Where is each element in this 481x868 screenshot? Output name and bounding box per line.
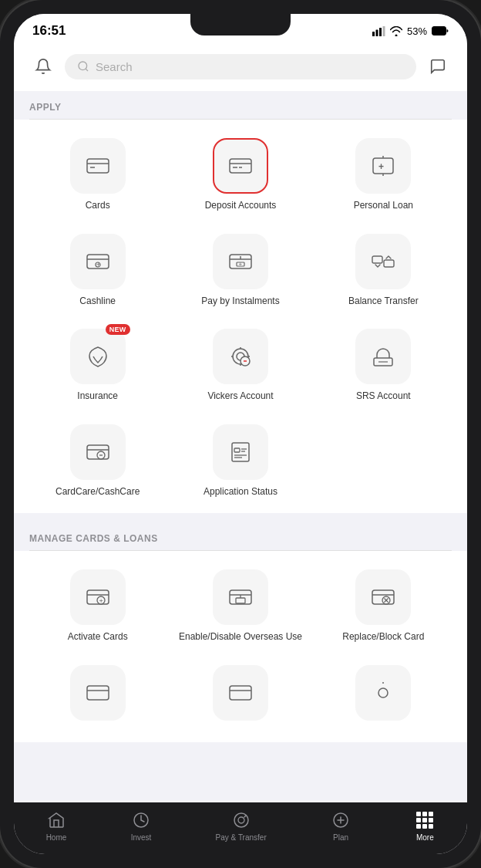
- svg-point-6: [79, 62, 87, 70]
- enable-disable-overseas-label: Enable/Disable Overseas Use: [179, 631, 302, 643]
- svg-rect-3: [382, 26, 385, 36]
- svg-rect-58: [236, 598, 245, 603]
- application-status-item[interactable]: Application Status: [169, 414, 311, 509]
- cards-icon-wrap: [70, 138, 126, 194]
- more-item-1[interactable]: [26, 654, 169, 738]
- pay-by-instalments-item[interactable]: + Pay by Instalments: [169, 223, 311, 319]
- svg-rect-5: [433, 28, 441, 35]
- svg-rect-47: [234, 448, 240, 452]
- pay-transfer-icon: [232, 811, 251, 829]
- grid-dot-9: [429, 824, 433, 829]
- replace-block-card-icon-wrap: [355, 569, 411, 625]
- more-item-2[interactable]: [169, 654, 311, 738]
- srs-account-icon: [369, 343, 397, 370]
- activate-cards-item[interactable]: + Activate Cards: [26, 559, 169, 654]
- personal-loan-icon: +: [369, 152, 397, 180]
- nav-invest-label: Invest: [131, 833, 152, 842]
- enable-disable-overseas-icon-wrap: [213, 569, 268, 625]
- wifi-icon: [390, 26, 402, 36]
- more-item-3[interactable]: [312, 654, 455, 738]
- cardcare-cashcare-item[interactable]: CardCare/CashCare: [26, 414, 169, 509]
- content-scroll: APPLY Cards: [14, 91, 467, 802]
- deposit-accounts-item[interactable]: Deposit Accounts: [169, 127, 311, 223]
- more-item-3-icon: [369, 679, 397, 707]
- pay-by-instalments-icon-wrap: +: [213, 234, 268, 289]
- cardcare-cashcare-icon-wrap: [70, 424, 126, 480]
- nav-pay-transfer[interactable]: Pay & Transfer: [216, 810, 267, 842]
- more-item-3-icon-wrap: [355, 665, 411, 721]
- personal-loan-icon-wrap: +: [355, 138, 411, 194]
- grid-dot-5: [422, 818, 427, 822]
- deposit-accounts-icon-wrap: [213, 138, 268, 194]
- nav-invest[interactable]: Invest: [131, 810, 152, 842]
- plan-icon: [331, 811, 350, 829]
- battery-icon: [432, 26, 449, 35]
- activate-cards-icon: +: [84, 583, 112, 611]
- grid-dot-7: [416, 824, 421, 829]
- svg-point-69: [378, 688, 388, 697]
- srs-account-item[interactable]: SRS Account: [312, 318, 455, 414]
- apply-grid: Cards Deposit Accounts: [14, 120, 467, 513]
- more-grid-icon: [416, 812, 433, 829]
- nav-home[interactable]: Home: [46, 810, 67, 842]
- svg-rect-11: [230, 159, 251, 173]
- section-spacer: [14, 513, 467, 522]
- replace-block-card-icon: [369, 583, 397, 611]
- more-item-2-icon: [227, 679, 254, 707]
- deposit-accounts-icon: [227, 152, 254, 180]
- status-time: 16:51: [32, 23, 66, 39]
- nav-home-label: Home: [46, 833, 67, 842]
- vickers-account-item[interactable]: Vickers Account: [169, 318, 311, 414]
- balance-transfer-item[interactable]: Balance Transfer: [312, 223, 455, 319]
- svg-point-73: [238, 817, 244, 823]
- chat-icon: [429, 58, 446, 75]
- enable-disable-overseas-icon: [227, 583, 254, 611]
- svg-rect-65: [87, 686, 109, 700]
- bottom-nav: Home Invest: [14, 802, 467, 854]
- chat-button[interactable]: [424, 52, 452, 80]
- cashline-item[interactable]: + Cashline: [26, 223, 169, 319]
- pay-by-instalments-icon: +: [227, 248, 254, 275]
- more-item-1-icon-wrap: [70, 665, 126, 721]
- nav-pay-transfer-label: Pay & Transfer: [216, 833, 267, 842]
- cards-item[interactable]: Cards: [26, 127, 169, 223]
- application-status-icon-wrap: [213, 424, 268, 480]
- insurance-label: Insurance: [77, 390, 118, 403]
- cardcare-cashcare-icon: [84, 438, 112, 466]
- nav-more-label: More: [416, 833, 434, 842]
- status-icons: 53%: [372, 25, 449, 37]
- more-item-1-icon: [84, 679, 112, 707]
- replace-block-card-label: Replace/Block Card: [342, 631, 424, 643]
- more-item-2-icon-wrap: [213, 665, 268, 721]
- pay-by-instalments-label: Pay by Instalments: [201, 296, 279, 308]
- insurance-item[interactable]: NEW Insurance: [26, 318, 169, 414]
- svg-line-7: [86, 69, 88, 71]
- svg-text:+: +: [99, 597, 103, 605]
- grid-dot-8: [422, 824, 427, 829]
- application-status-icon: [227, 438, 254, 466]
- cards-icon: [84, 152, 112, 180]
- invest-nav-icon: [131, 810, 151, 830]
- grid-dot-6: [429, 818, 433, 822]
- enable-disable-overseas-item[interactable]: Enable/Disable Overseas Use: [169, 559, 311, 654]
- home-icon: [47, 811, 66, 829]
- search-bar[interactable]: Search: [65, 54, 416, 79]
- svg-rect-0: [372, 32, 375, 36]
- bell-button[interactable]: [29, 52, 57, 80]
- search-icon: [77, 60, 89, 73]
- personal-loan-item[interactable]: + Personal Loan: [312, 127, 455, 223]
- srs-account-icon-wrap: [355, 329, 411, 384]
- activate-cards-icon-wrap: +: [70, 569, 126, 625]
- header: Search: [14, 45, 467, 91]
- more-nav-icon: [415, 810, 435, 830]
- vickers-account-label: Vickers Account: [207, 390, 273, 403]
- svg-rect-8: [87, 159, 109, 173]
- srs-account-label: SRS Account: [356, 390, 411, 403]
- cashline-icon: +: [84, 248, 112, 275]
- nav-plan[interactable]: Plan: [331, 810, 351, 842]
- replace-block-card-item[interactable]: Replace/Block Card: [312, 559, 455, 654]
- nav-more[interactable]: More: [415, 810, 435, 842]
- cardcare-cashcare-label: CardCare/CashCare: [56, 486, 140, 498]
- invest-icon: [132, 811, 150, 829]
- vickers-account-icon-wrap: [213, 329, 268, 384]
